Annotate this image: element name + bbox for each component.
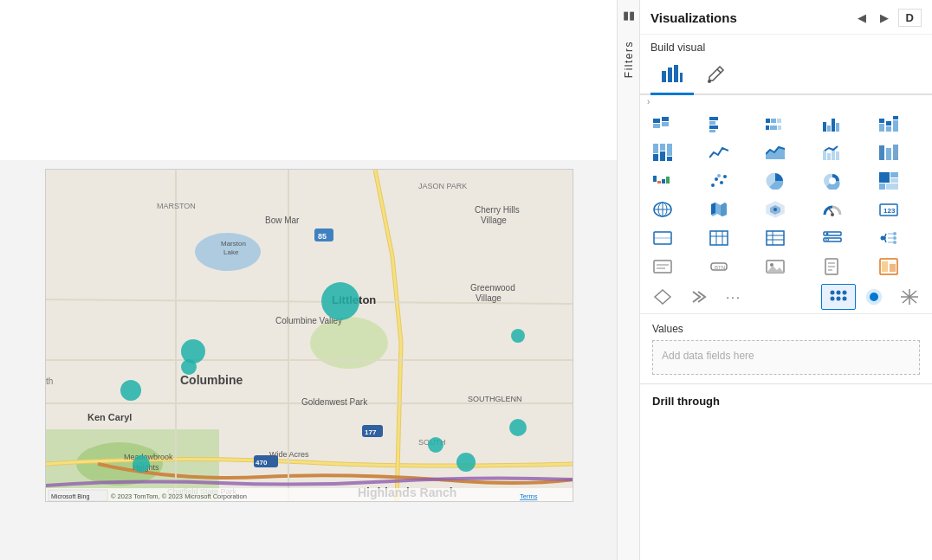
svg-rect-61 [709,117,718,120]
svg-rect-89 [827,153,831,160]
filled-map-icon[interactable] [702,196,736,223]
format-tab[interactable] [694,59,737,95]
svg-rect-77 [886,126,891,132]
drill-through-label: Drill through [652,395,720,408]
svg-rect-106 [890,172,898,177]
svg-text:85: 85 [318,232,327,241]
dots-grid-selected-icon[interactable] [821,284,856,310]
svg-text:123: 123 [883,207,896,215]
data-panel-btn[interactable]: D [898,9,922,27]
area-chart-icon[interactable] [758,138,793,166]
gauge-icon[interactable] [815,196,850,223]
svg-text:MARSTON: MARSTON [157,202,196,210]
image-icon[interactable] [758,253,793,280]
stacked-100-bar-icon[interactable] [758,110,793,138]
svg-rect-57 [653,119,660,123]
svg-rect-82 [653,154,658,161]
key-influencers-icon[interactable] [871,253,906,280]
svg-point-117 [831,213,834,216]
svg-rect-54 [674,65,678,82]
clustered-column-icon[interactable] [815,110,850,138]
svg-text:Village: Village [476,293,502,303]
svg-text:470: 470 [256,459,268,467]
snowflake-icon[interactable] [892,284,927,310]
donut-chart-icon[interactable] [815,167,850,195]
svg-text:Bow Mar: Bow Mar [265,216,300,225]
svg-rect-107 [890,178,898,183]
svg-point-133 [825,233,828,235]
line-chart-icon[interactable] [702,138,736,166]
svg-point-45 [456,453,476,472]
treemap-icon[interactable] [871,167,906,195]
svg-text:Wide Acres: Wide Acres [269,450,309,459]
diamond-icon[interactable] [645,284,680,310]
svg-rect-73 [832,119,835,132]
map-icon[interactable] [645,196,680,223]
decomp-tree-icon[interactable] [871,224,906,252]
scatter-chart-icon[interactable] [702,167,736,195]
filters-panel[interactable]: ▮▮ Filters [617,0,639,560]
svg-point-161 [837,291,841,295]
matrix-icon[interactable] [758,224,793,252]
kpi-icon[interactable] [645,224,680,252]
panel-forward-arrow[interactable]: ▶ [876,10,893,26]
svg-rect-63 [709,126,718,129]
button-icon[interactable]: BTN [702,253,736,280]
svg-rect-67 [777,119,781,123]
circle-select-icon[interactable] [857,284,891,310]
svg-point-103 [717,174,721,177]
svg-rect-96 [657,181,661,183]
svg-point-164 [837,297,841,301]
viz-icons-grid-1: 123 BTN [640,106,932,280]
svg-text:SOUTHGLENN: SOUTHGLENN [468,395,522,403]
table-icon[interactable] [702,224,736,252]
pie-chart-icon[interactable] [758,167,793,195]
svg-text:Greenwood: Greenwood [470,283,515,293]
line-and-stacked-icon[interactable] [815,138,850,166]
svg-text:Village: Village [481,216,507,225]
svg-text:JASON PARK: JASON PARK [418,182,467,190]
svg-rect-76 [879,119,884,123]
chevron-forward-icon[interactable] [681,284,715,310]
chart-tab[interactable] [650,59,694,95]
svg-rect-68 [766,126,769,130]
svg-point-39 [181,339,205,364]
stacked-column-icon[interactable] [871,110,906,138]
svg-point-138 [893,241,896,244]
svg-point-42 [511,329,525,343]
svg-rect-98 [666,177,670,183]
svg-text:Terms: Terms [520,492,538,500]
svg-rect-108 [879,183,885,190]
svg-point-160 [831,291,835,295]
text-box-icon[interactable] [645,253,680,280]
svg-rect-80 [893,116,898,119]
add-data-fields-box[interactable]: Add data fields here [652,340,920,375]
panel-back-arrow[interactable]: ◀ [853,10,871,26]
svg-point-135 [880,236,884,241]
ribbon-chart-icon[interactable] [871,138,906,166]
stacked-bar-icon[interactable] [645,110,680,138]
build-visual-row: Build visual [640,35,932,59]
svg-point-136 [893,232,896,235]
svg-rect-127 [767,231,784,245]
svg-point-116 [773,208,777,211]
azure-map-icon[interactable] [758,196,793,223]
svg-point-56 [708,80,711,83]
svg-point-104 [829,177,836,184]
svg-rect-74 [836,123,839,132]
waterfall-icon[interactable] [645,167,680,195]
stacked-column-100-icon[interactable] [645,138,680,166]
paginated-report-icon[interactable] [815,253,850,280]
svg-point-137 [893,236,896,240]
more-options-icon[interactable]: ··· [716,284,751,310]
filters-label: Filters [623,41,635,78]
svg-rect-59 [662,117,669,121]
svg-text:Ken Caryl: Ken Caryl [87,412,132,422]
slicer-icon[interactable] [815,224,850,252]
svg-text:Lake: Lake [223,248,239,256]
svg-rect-91 [836,151,839,160]
card-icon[interactable]: 123 [871,196,906,223]
clustered-bar-icon[interactable] [702,110,736,138]
svg-point-167 [870,293,878,301]
svg-rect-70 [778,126,781,130]
